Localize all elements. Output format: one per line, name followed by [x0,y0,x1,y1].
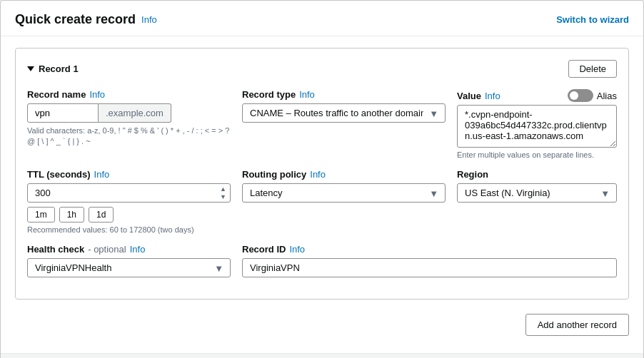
routing-policy-select-wrapper: Latency Simple Weighted Failover Geoloca… [242,183,446,203]
add-another-row: Add another record [15,311,629,342]
ttl-label: TTL (seconds) Info [27,169,231,180]
record-id-label: Record ID Info [242,244,617,255]
modal-footer: Cancel Create records [1,353,643,358]
modal-title: Quick create record [15,12,136,27]
record-name-field: Record name Info .example.com Valid char… [27,89,231,159]
form-row-1: Record name Info .example.com Valid char… [27,89,617,159]
domain-suffix: .example.com [99,103,171,123]
alias-toggle-group: Alias [568,89,617,102]
modal-info-link[interactable]: Info [141,14,157,25]
alias-label: Alias [597,91,617,101]
value-label: Value Info [457,91,500,101]
health-check-label: Health check - optional Info [27,244,231,255]
health-check-select[interactable]: VirginiaVPNHealth [27,258,231,277]
delete-button[interactable]: Delete [568,60,617,78]
record-type-info[interactable]: Info [299,89,315,100]
switch-to-wizard-link[interactable]: Switch to wizard [556,14,629,25]
ttl-increment-button[interactable]: ▲ [217,185,229,193]
routing-policy-select[interactable]: Latency Simple Weighted Failover Geoloca… [242,183,446,203]
ttl-input-wrapper: ▲ ▼ [27,183,231,203]
collapse-icon[interactable] [27,66,34,71]
routing-policy-label: Routing policy Info [242,169,446,180]
health-check-info[interactable]: Info [130,244,146,255]
alias-toggle[interactable] [568,89,593,102]
record-type-label: Record type Info [242,89,446,100]
value-textarea[interactable]: *.cvpn-endpoint-039a6bc54d447332c.prod.c… [457,105,617,148]
ttl-1h-button[interactable]: 1h [59,207,84,223]
record-name-input[interactable] [27,103,99,123]
record-name-label: Record name Info [27,89,231,100]
health-check-optional: - optional [88,244,126,255]
record-id-field: Record ID Info [242,244,617,277]
modal-title-group: Quick create record Info [15,12,157,27]
modal-body: Record 1 Delete Record name Info .exampl… [1,36,643,353]
record-name-info[interactable]: Info [89,89,105,100]
ttl-spinners: ▲ ▼ [217,183,229,203]
ttl-1d-button[interactable]: 1d [89,207,114,223]
ttl-decrement-button[interactable]: ▼ [217,193,229,201]
record-name-hint: Valid characters: a-z, 0-9, ! " # $ % & … [27,126,231,148]
ttl-input[interactable] [27,183,231,203]
form-row-3: Health check - optional Info VirginiaVPN… [27,244,617,277]
form-row-2: TTL (seconds) Info ▲ ▼ 1m 1h 1d [27,169,617,234]
ttl-hint: Recommended values: 60 to 172800 (two da… [27,225,231,234]
health-check-select-wrapper: VirginiaVPNHealth ▼ [27,258,231,277]
ttl-info[interactable]: Info [94,169,110,180]
record-type-field: Record type Info CNAME – Routes traffic … [242,89,446,159]
add-another-record-button[interactable]: Add another record [525,314,629,336]
region-field: Region US East (N. Virginia) US East (Oh… [457,169,617,234]
record-section-header: Record 1 Delete [27,60,617,78]
record-section-label: Record 1 [39,63,79,74]
record-section-title: Record 1 [27,63,79,74]
ttl-1m-button[interactable]: 1m [27,207,55,223]
health-check-field: Health check - optional Info VirginiaVPN… [27,244,231,277]
alias-row: Value Info Alias [457,89,617,102]
region-label: Region [457,169,617,180]
ttl-field: TTL (seconds) Info ▲ ▼ 1m 1h 1d [27,169,231,234]
record-section: Record 1 Delete Record name Info .exampl… [15,48,629,300]
modal-header: Quick create record Info Switch to wizar… [1,1,643,36]
record-type-select-wrapper: CNAME – Routes traffic to another domain… [242,103,446,123]
region-select[interactable]: US East (N. Virginia) US East (Ohio) US … [457,183,617,203]
record-id-input[interactable] [242,258,617,277]
record-id-info[interactable]: Info [289,244,305,255]
routing-policy-info[interactable]: Info [310,169,326,180]
value-hint: Enter multiple values on separate lines. [457,150,617,159]
quick-create-record-modal: Quick create record Info Switch to wizar… [0,0,644,358]
ttl-shortcut-row: 1m 1h 1d [27,207,231,223]
value-field: Value Info Alias *.cvpn-endpoint-039a6bc… [457,89,617,159]
record-name-input-group: .example.com [27,103,231,123]
region-select-wrapper: US East (N. Virginia) US East (Ohio) US … [457,183,617,203]
routing-policy-field: Routing policy Info Latency Simple Weigh… [242,169,446,234]
value-info[interactable]: Info [485,91,500,101]
record-type-select[interactable]: CNAME – Routes traffic to another domain… [242,103,446,123]
